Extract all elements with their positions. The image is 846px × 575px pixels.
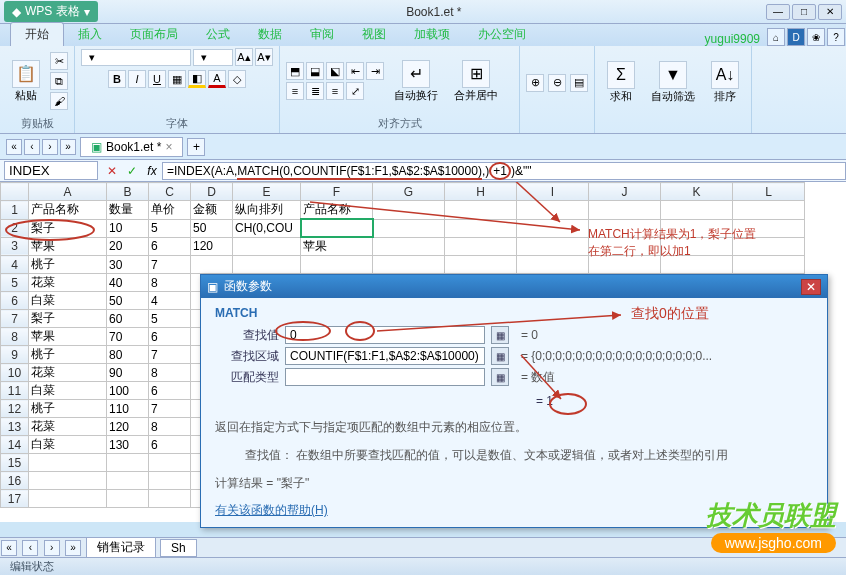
autofilter-button[interactable]: ▼自动筛选 [645,59,701,106]
tab-insert[interactable]: 插入 [64,23,116,46]
col-header-A[interactable]: A [29,183,107,201]
close-button[interactable]: ✕ [818,4,842,20]
col-header-J[interactable]: J [589,183,661,201]
align-bottom-icon[interactable]: ⬕ [326,62,344,80]
delete-cell-icon[interactable]: ⊖ [548,74,566,92]
row-header[interactable]: 13 [1,418,29,436]
user-name[interactable]: yugui9909 [705,32,760,46]
copy-icon[interactable]: ⧉ [50,72,68,90]
cell[interactable] [107,472,149,490]
cell[interactable]: 白菜 [29,382,107,400]
font-size-combo[interactable]: ▾ [193,49,233,66]
cell[interactable]: 白菜 [29,292,107,310]
cell[interactable] [661,219,733,237]
row-header[interactable]: 14 [1,436,29,454]
align-center-icon[interactable]: ≣ [306,82,324,100]
align-middle-icon[interactable]: ⬓ [306,62,324,80]
cell[interactable]: 产品名称 [301,201,373,220]
cell[interactable] [733,237,805,256]
tab-office[interactable]: 办公空间 [464,23,540,46]
cell[interactable] [517,237,589,256]
cell[interactable]: 纵向排列 [233,201,301,220]
help-icon[interactable]: ? [827,28,845,46]
paste-button[interactable]: 📋 粘贴 [6,58,46,105]
cell[interactable]: 苹果 [301,237,373,256]
tab-data[interactable]: 数据 [244,23,296,46]
wb-nav-next-icon[interactable]: › [42,139,58,155]
col-header-F[interactable]: F [301,183,373,201]
cell[interactable] [589,219,661,237]
cell[interactable]: 90 [107,364,149,382]
palette-icon[interactable]: ❀ [807,28,825,46]
row-header[interactable]: 4 [1,256,29,274]
tab-close-icon[interactable]: × [165,140,172,154]
add-workbook-button[interactable]: + [187,138,205,156]
cell[interactable]: 8 [149,418,191,436]
align-left-icon[interactable]: ≡ [286,82,304,100]
tab-layout[interactable]: 页面布局 [116,23,192,46]
cell[interactable] [445,237,517,256]
row-header[interactable]: 7 [1,310,29,328]
cell[interactable]: 120 [107,418,149,436]
cell[interactable] [149,472,191,490]
row-header[interactable]: 17 [1,490,29,508]
cell[interactable]: 6 [149,436,191,454]
sheet-nav-prev-icon[interactable]: ‹ [22,540,38,556]
cell[interactable]: 数量 [107,201,149,220]
cell[interactable] [445,219,517,237]
cell[interactable]: 桃子 [29,256,107,274]
cell[interactable] [517,219,589,237]
app-menu-button[interactable]: ◆ WPS 表格 ▾ [4,1,98,22]
cell[interactable] [191,256,233,274]
sheet-tab-2[interactable]: Sh [160,539,197,557]
col-header-D[interactable]: D [191,183,233,201]
cell[interactable] [589,256,661,274]
name-box[interactable] [4,161,98,180]
col-header-I[interactable]: I [517,183,589,201]
cell[interactable] [301,256,373,274]
cell[interactable]: 7 [149,346,191,364]
align-top-icon[interactable]: ⬒ [286,62,304,80]
cell[interactable]: 70 [107,328,149,346]
wb-nav-first-icon[interactable]: « [6,139,22,155]
cell[interactable] [517,256,589,274]
cell[interactable] [373,237,445,256]
minimize-button[interactable]: — [766,4,790,20]
grow-font-icon[interactable]: A▴ [235,48,253,66]
tab-view[interactable]: 视图 [348,23,400,46]
clear-format-icon[interactable]: ◇ [228,70,246,88]
cell[interactable]: 8 [149,274,191,292]
cell[interactable]: 50 [191,219,233,237]
formula-input[interactable]: =INDEX(A:A,MATCH(0,COUNTIF(F$1:F1,$A$2:$… [162,162,846,180]
sheet-nav-last-icon[interactable]: » [65,540,81,556]
cell[interactable]: 80 [107,346,149,364]
indent-dec-icon[interactable]: ⇤ [346,62,364,80]
italic-button[interactable]: I [128,70,146,88]
cell[interactable]: 10 [107,219,149,237]
cell[interactable] [733,201,805,220]
tab-review[interactable]: 审阅 [296,23,348,46]
arg-input-array[interactable] [285,347,485,365]
sheet-tab-1[interactable]: 销售记录 [86,537,156,558]
row-header[interactable]: 3 [1,237,29,256]
fx-icon[interactable]: fx [143,162,161,180]
cell[interactable]: 产品名称 [29,201,107,220]
cell[interactable]: 5 [149,310,191,328]
cell[interactable]: 单价 [149,201,191,220]
cell[interactable] [373,219,445,237]
cell[interactable]: 50 [107,292,149,310]
cell[interactable]: 40 [107,274,149,292]
formula-cancel-icon[interactable]: ✕ [103,162,121,180]
cut-icon[interactable]: ✂ [50,52,68,70]
cell[interactable]: 4 [149,292,191,310]
format-painter-icon[interactable]: 🖌 [50,92,68,110]
sheet-nav-next-icon[interactable]: › [44,540,60,556]
tab-formula[interactable]: 公式 [192,23,244,46]
col-header-H[interactable]: H [445,183,517,201]
shrink-font-icon[interactable]: A▾ [255,48,273,66]
arg-input-lookup[interactable] [285,326,485,344]
cell[interactable]: 5 [149,219,191,237]
function-help-link[interactable]: 有关该函数的帮助(H) [215,503,328,517]
cell[interactable] [661,256,733,274]
autosum-button[interactable]: Σ求和 [601,59,641,106]
